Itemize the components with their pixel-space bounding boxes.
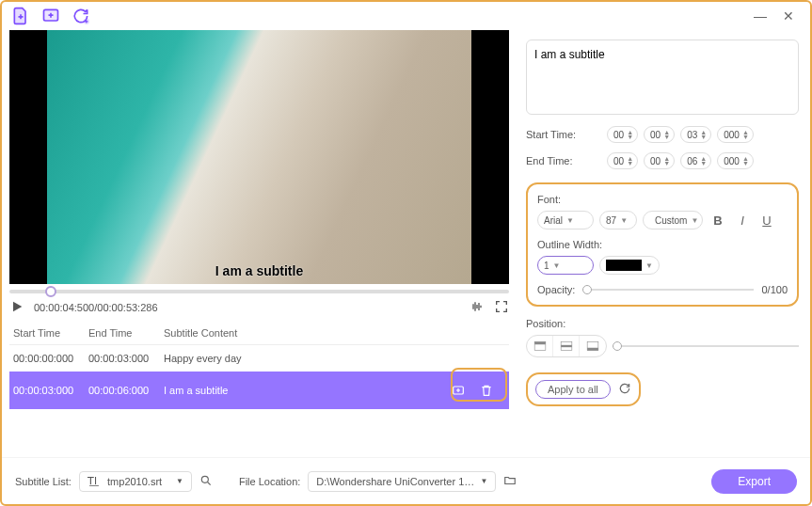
position-bottom[interactable] [580, 336, 606, 356]
start-time-label: Start Time: [526, 129, 601, 140]
end-time-label: End Time: [526, 155, 601, 166]
subtitle-list-label: Subtitle List: [15, 476, 72, 487]
play-button[interactable] [9, 299, 24, 316]
position-top[interactable] [527, 336, 553, 356]
font-family-select[interactable]: Arial▼ [537, 211, 594, 229]
font-size-select[interactable]: 87▼ [599, 211, 637, 229]
start-hh[interactable]: 00▲▼ [607, 126, 638, 143]
svg-point-9 [201, 476, 208, 482]
apply-to-all-button[interactable]: Apply to all [535, 380, 611, 399]
table-row[interactable]: 00:00:03:000 00:00:06:000 I am a subtitl… [9, 372, 509, 409]
font-color-select[interactable]: Custom▼ [643, 211, 703, 229]
svg-rect-8 [587, 348, 598, 351]
start-mm[interactable]: 00▲▼ [644, 126, 675, 143]
outline-color-select[interactable]: ▼ [599, 256, 660, 275]
minimize-button[interactable]: — [746, 8, 774, 24]
opacity-label: Opacity: [537, 284, 575, 295]
font-label: Font: [537, 194, 788, 205]
end-ms[interactable]: 000▲▼ [717, 152, 754, 169]
bottom-bar: Subtitle List: T͟I tmp2010.srt▼ File Loc… [2, 457, 810, 504]
folder-icon[interactable] [503, 474, 517, 489]
col-content: Subtitle Content [164, 327, 505, 339]
search-icon[interactable] [199, 474, 213, 489]
file-location-label: File Location: [239, 476, 300, 487]
position-label: Position: [526, 318, 799, 329]
bold-button[interactable]: B [709, 211, 727, 229]
refresh-add-icon[interactable] [70, 5, 92, 27]
timeline-slider[interactable] [9, 290, 509, 293]
subtitle-table-header: Start Time End Time Subtitle Content [9, 322, 509, 345]
subtitle-overlay: I am a subtitle [9, 263, 509, 278]
video-preview: I am a subtitle [9, 30, 509, 284]
subtitle-list-select[interactable]: T͟I tmp2010.srt▼ [79, 471, 192, 492]
position-middle[interactable] [553, 336, 580, 356]
outline-width-select[interactable]: 1▼ [537, 256, 594, 275]
italic-button[interactable]: I [733, 211, 752, 229]
svg-rect-4 [534, 341, 546, 344]
subtitle-text-input[interactable] [526, 40, 799, 115]
add-screen-icon[interactable] [40, 5, 62, 27]
end-hh[interactable]: 00▲▼ [607, 152, 638, 169]
start-ss[interactable]: 03▲▼ [680, 126, 711, 143]
opacity-slider[interactable] [582, 289, 754, 291]
col-end: End Time [88, 327, 164, 339]
add-file-icon[interactable] [9, 5, 32, 27]
end-ss[interactable]: 06▲▼ [680, 152, 711, 169]
file-location-select[interactable]: D:\Wondershare UniConverter 13\SubEd...▼ [308, 471, 496, 492]
outline-label: Outline Width: [537, 239, 788, 250]
delete-subtitle-icon[interactable] [475, 379, 498, 402]
font-section: Font: Arial▼ 87▼ Custom▼ B I U Outline W… [526, 182, 799, 307]
end-mm[interactable]: 00▲▼ [644, 152, 675, 169]
position-slider[interactable] [613, 345, 799, 347]
waveform-icon[interactable] [470, 299, 485, 316]
table-row[interactable]: 00:00:00:000 00:00:03:000 Happy every da… [9, 345, 509, 372]
opacity-value: 0/100 [761, 284, 788, 295]
start-ms[interactable]: 000▲▼ [717, 126, 754, 143]
time-display: 00:00:04:500/00:00:53:286 [34, 302, 158, 313]
titlebar: — ✕ [2, 2, 810, 30]
fullscreen-icon[interactable] [494, 299, 509, 316]
reset-icon[interactable] [618, 382, 631, 397]
export-button[interactable]: Export [711, 469, 797, 494]
col-start: Start Time [13, 327, 88, 339]
close-button[interactable]: ✕ [774, 8, 803, 24]
svg-rect-6 [561, 345, 572, 347]
underline-button[interactable]: U [757, 211, 776, 229]
add-subtitle-icon[interactable] [447, 379, 470, 402]
